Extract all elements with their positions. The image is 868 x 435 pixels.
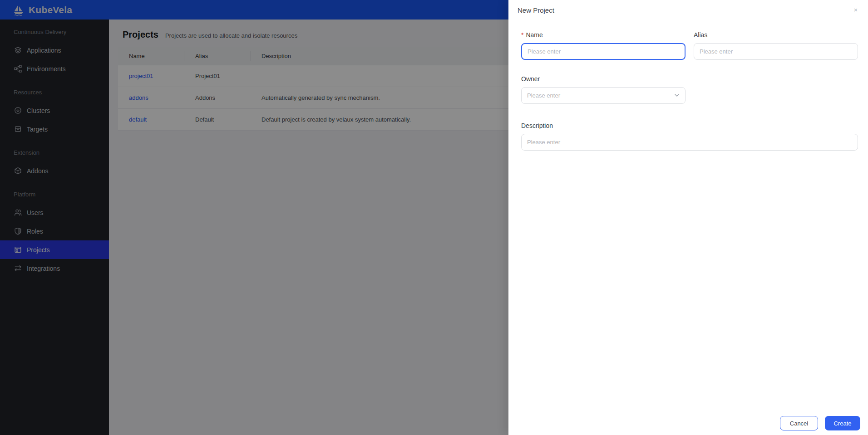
- name-input[interactable]: [521, 43, 686, 60]
- owner-select-input[interactable]: [521, 87, 686, 104]
- description-input[interactable]: [521, 134, 858, 151]
- description-label: Description: [521, 122, 858, 129]
- name-label: *Name: [521, 31, 686, 39]
- drawer-form: *Name Alias Owner Description: [508, 20, 868, 151]
- owner-field-group: Owner: [521, 75, 858, 104]
- description-field-group: Description: [521, 122, 858, 151]
- owner-label: Owner: [521, 75, 858, 83]
- close-icon[interactable]: ×: [851, 6, 861, 14]
- alias-field-group: Alias: [694, 21, 858, 60]
- name-field-group: *Name: [521, 21, 686, 60]
- required-asterisk: *: [521, 31, 523, 39]
- alias-input[interactable]: [694, 43, 858, 60]
- drawer-footer: Cancel Create: [780, 416, 860, 430]
- cancel-button[interactable]: Cancel: [780, 416, 818, 430]
- drawer-header: New Project ×: [508, 0, 868, 20]
- create-button[interactable]: Create: [825, 416, 860, 430]
- drawer-title: New Project: [518, 6, 554, 14]
- owner-select[interactable]: [521, 87, 686, 104]
- alias-label: Alias: [694, 31, 858, 39]
- new-project-drawer: New Project × *Name Alias Owner Desc: [508, 0, 868, 435]
